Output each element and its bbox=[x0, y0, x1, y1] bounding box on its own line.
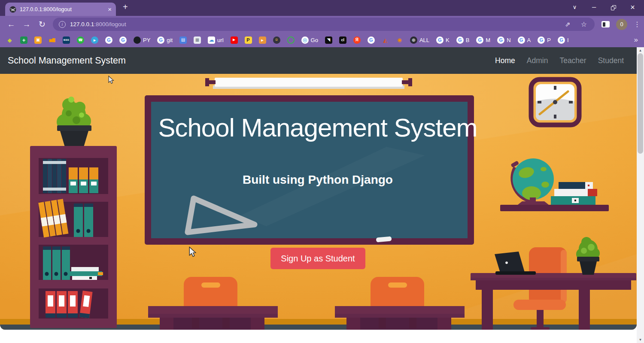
scroll-down-icon[interactable]: ▼ bbox=[637, 338, 644, 342]
bookmark-whatsapp[interactable]: ☎ bbox=[77, 36, 84, 44]
google-a-icon: G bbox=[518, 36, 525, 44]
bookmark-google-m[interactable]: GM bbox=[476, 36, 490, 44]
bookmark-eye[interactable]: ◉ bbox=[396, 36, 403, 44]
nav-link-admin[interactable]: Admin bbox=[527, 56, 548, 65]
bookmark-google-ads[interactable]: ◆ bbox=[6, 36, 13, 44]
github-py-icon bbox=[134, 36, 141, 44]
side-panel-icon[interactable] bbox=[601, 21, 610, 27]
bookmark-youtube[interactable]: ▶ bbox=[231, 36, 238, 44]
url-host: 127.0.0.1 bbox=[70, 21, 94, 27]
bookmark-python-p[interactable]: P bbox=[245, 36, 252, 44]
scroll-up-icon[interactable]: ▲ bbox=[637, 49, 644, 52]
bookmark-green-ring[interactable] bbox=[287, 36, 295, 44]
browser-toolbar: ← → ↻ i 127.0.0.1:8000/logout ⇗ ☆ 0 ⋮ bbox=[0, 16, 644, 33]
eye-icon: ◉ bbox=[396, 36, 403, 44]
url-text[interactable]: 127.0.0.1:8000/logout bbox=[70, 21, 126, 27]
google-p-icon: G bbox=[538, 36, 545, 44]
bookmark-cart[interactable]: ¤ bbox=[273, 36, 280, 44]
classroom-illustration bbox=[0, 74, 637, 330]
bookmark-google-a[interactable]: GA bbox=[518, 36, 531, 44]
bookmark-google-git[interactable]: Ggit bbox=[157, 36, 173, 44]
google-i-icon: G bbox=[558, 36, 565, 44]
ieee-icon: IEEE bbox=[63, 36, 70, 44]
bookmark-google-p[interactable]: GP bbox=[538, 36, 551, 44]
tab-close-icon[interactable]: × bbox=[108, 6, 112, 12]
bookmark-eagle[interactable]: ◥ bbox=[325, 36, 332, 44]
movie-camera-icon: ▸ bbox=[259, 36, 266, 44]
site-brand: School Management System bbox=[8, 55, 126, 66]
forward-button[interactable]: → bbox=[19, 20, 34, 29]
browser-menu-dots-icon[interactable]: ⋮ bbox=[634, 20, 641, 28]
matlab-icon: ◭ bbox=[382, 36, 389, 44]
new-tab-button[interactable]: + bbox=[123, 2, 128, 12]
bookmark-green-cross[interactable]: + bbox=[20, 36, 27, 44]
bookmark-label: ALL bbox=[419, 37, 429, 43]
bookmarks-overflow-icon[interactable]: » bbox=[634, 36, 638, 44]
bookmark-star-icon[interactable]: ☆ bbox=[581, 20, 587, 28]
bookmark-film[interactable]: ▤ bbox=[179, 36, 187, 44]
scrollbar-thumb[interactable] bbox=[638, 53, 643, 154]
shelf-books-4 bbox=[46, 291, 92, 318]
bookmark-cloud-url[interactable]: ☁url bbox=[208, 36, 223, 44]
bookmark-google-i[interactable]: GI bbox=[558, 36, 569, 44]
bookmark-google-g-1[interactable]: G bbox=[105, 36, 112, 44]
bookmark-bank[interactable]: ▦ bbox=[194, 36, 201, 44]
profile-avatar[interactable]: 0 bbox=[616, 19, 627, 30]
cloud-url-icon: ☁ bbox=[208, 36, 215, 44]
bookmark-label: PY bbox=[143, 37, 150, 43]
bookmark-movie-camera[interactable]: ▸ bbox=[259, 36, 266, 44]
bookmark-signal-bars[interactable]: ▅▇ bbox=[49, 36, 56, 44]
bookmark-google-b[interactable]: GB bbox=[456, 36, 470, 44]
page-scrollbar[interactable]: ▲ ▼ bbox=[637, 47, 644, 343]
bookmark-telegram[interactable]: ▸ bbox=[91, 36, 98, 44]
minimize-window-button[interactable]: ─ bbox=[584, 0, 604, 15]
browser-titlebar: 127.0.0.1:8000/logout × + ∨ ─ × bbox=[0, 0, 644, 16]
nav-link-student[interactable]: Student bbox=[598, 56, 624, 65]
signal-bars-icon: ▅▇ bbox=[49, 36, 56, 44]
bookmark-orange-box[interactable]: ▣ bbox=[34, 36, 42, 44]
telegram-icon: ▸ bbox=[91, 36, 98, 44]
bookmarks-bar: ◆+▣▅▇IEEE☎▸GGPYGgit▤▦☁url▶P▸¤◎Go◥clЯG◭◉⊕… bbox=[0, 33, 644, 47]
eagle-icon: ◥ bbox=[325, 36, 332, 44]
toolbar-right-controls: 0 ⋮ bbox=[601, 16, 641, 33]
nav-link-home[interactable]: Home bbox=[495, 56, 515, 65]
browser-tab[interactable]: 127.0.0.1:8000/logout × bbox=[5, 3, 116, 16]
nav-link-teacher[interactable]: Teacher bbox=[559, 56, 586, 65]
globe-all-icon: ⊕ bbox=[410, 36, 417, 44]
signup-student-button[interactable]: Sign Up as Student bbox=[270, 248, 365, 269]
browser-menu-chevron-icon[interactable]: ∨ bbox=[565, 0, 584, 15]
bookmark-label: K bbox=[446, 37, 450, 43]
bookmark-github-py[interactable]: PY bbox=[134, 36, 150, 44]
bookmark-label: N bbox=[507, 37, 510, 43]
google-git-icon: G bbox=[157, 36, 164, 44]
bookmark-google-k[interactable]: GK bbox=[436, 36, 450, 44]
orange-box-icon: ▣ bbox=[34, 36, 42, 44]
bookmark-matlab[interactable]: ◭ bbox=[382, 36, 389, 44]
bookmark-google-n[interactable]: GN bbox=[497, 36, 510, 44]
close-window-button[interactable]: × bbox=[623, 0, 642, 15]
address-bar[interactable]: i 127.0.0.1:8000/logout ⇗ ☆ bbox=[53, 18, 595, 31]
bookmark-label: M bbox=[486, 37, 490, 43]
google-k-icon: G bbox=[436, 36, 444, 44]
back-button[interactable]: ← bbox=[3, 20, 19, 29]
bookmark-cl[interactable]: cl bbox=[339, 36, 346, 44]
youtube-icon: ▶ bbox=[231, 36, 238, 44]
bookmark-globe-all[interactable]: ⊕ALL bbox=[410, 36, 429, 44]
bookmark-go-swirl[interactable]: ◎Go bbox=[301, 36, 318, 44]
bookmark-google-g-3[interactable]: G bbox=[368, 36, 375, 44]
nav-buttons: ← → ↻ bbox=[3, 16, 50, 33]
bookmark-yandex[interactable]: Я bbox=[353, 36, 361, 44]
restore-window-button[interactable] bbox=[604, 0, 623, 15]
share-icon[interactable]: ⇗ bbox=[565, 21, 571, 28]
bookmark-ieee[interactable]: IEEE bbox=[63, 36, 70, 44]
site-info-icon[interactable]: i bbox=[59, 21, 66, 28]
cl-icon: cl bbox=[339, 36, 346, 44]
url-path: :8000/logout bbox=[94, 21, 126, 27]
bookmark-google-g-2[interactable]: G bbox=[119, 36, 127, 44]
reload-button[interactable]: ↻ bbox=[34, 19, 50, 29]
google-m-icon: G bbox=[476, 36, 483, 44]
film-icon: ▤ bbox=[179, 36, 187, 44]
address-bar-actions: ⇗ ☆ bbox=[565, 20, 589, 28]
green-cross-icon: + bbox=[20, 36, 27, 44]
google-n-icon: G bbox=[497, 36, 504, 44]
